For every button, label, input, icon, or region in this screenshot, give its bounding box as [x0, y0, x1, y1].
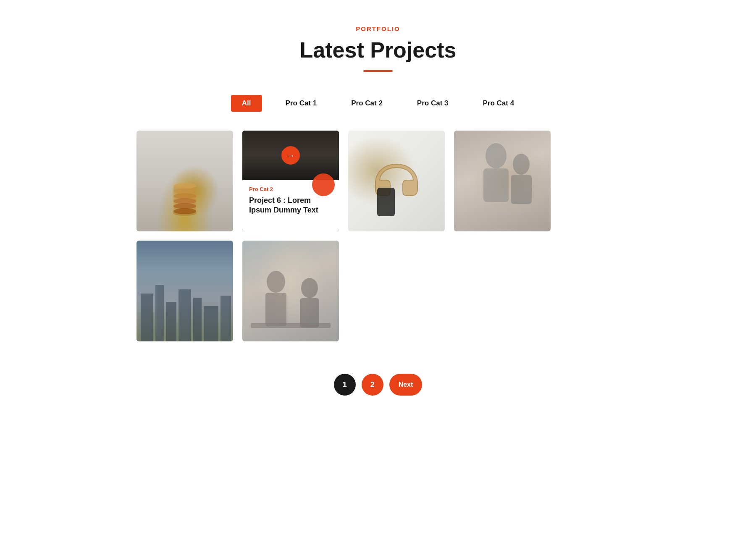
- city-illustration: [136, 281, 233, 341]
- portfolio-row-1: → Pro Cat 2 Project 6 : Lorem Ipsum Dumm…: [136, 131, 620, 231]
- svg-rect-12: [141, 294, 153, 341]
- svg-point-4: [173, 193, 196, 199]
- title-divider: [363, 70, 393, 72]
- svg-point-21: [301, 278, 318, 298]
- filter-bar: All Pro Cat 1 Pro Cat 2 Pro Cat 3 Pro Ca…: [231, 95, 525, 112]
- svg-point-3: [173, 188, 196, 194]
- svg-rect-16: [193, 298, 202, 341]
- people-illustration: [454, 131, 551, 231]
- phone-shape: [377, 188, 395, 216]
- section-title: Latest Projects: [300, 37, 457, 63]
- svg-rect-23: [251, 323, 331, 328]
- card-decoration: [312, 173, 335, 196]
- portfolio-row-2: [136, 241, 620, 341]
- page-1-button[interactable]: 1: [334, 374, 356, 396]
- portfolio-item-5[interactable]: [136, 241, 233, 341]
- svg-rect-18: [220, 296, 231, 341]
- portfolio-item-2[interactable]: [242, 241, 339, 341]
- svg-rect-15: [178, 289, 191, 341]
- portfolio-item-6[interactable]: → Pro Cat 2 Project 6 : Lorem Ipsum Dumm…: [242, 131, 339, 231]
- filter-cat4[interactable]: Pro Cat 4: [472, 95, 525, 112]
- filter-cat1[interactable]: Pro Cat 1: [275, 95, 328, 112]
- portfolio-item-4[interactable]: [454, 131, 551, 231]
- pagination: 1 2 Next: [334, 374, 423, 396]
- svg-rect-14: [166, 302, 176, 341]
- portfolio-item-3[interactable]: [348, 131, 445, 231]
- page-wrapper: PORTFOLIO Latest Projects All Pro Cat 1 …: [0, 0, 756, 429]
- filter-all[interactable]: All: [231, 95, 262, 112]
- svg-point-2: [173, 183, 196, 189]
- svg-rect-9: [483, 168, 509, 202]
- card-image-top: →: [242, 131, 339, 180]
- svg-point-5: [173, 198, 196, 204]
- svg-rect-17: [204, 306, 218, 341]
- svg-rect-13: [155, 285, 164, 341]
- page-2-button[interactable]: 2: [362, 374, 383, 396]
- svg-point-10: [513, 154, 530, 175]
- svg-point-19: [267, 271, 285, 293]
- page-next-button[interactable]: Next: [389, 374, 423, 396]
- svg-rect-20: [265, 293, 286, 326]
- card-content: Pro Cat 2 Project 6 : Lorem Ipsum Dummy …: [242, 180, 339, 231]
- svg-point-6: [173, 203, 196, 209]
- svg-point-7: [173, 208, 196, 214]
- filter-cat3[interactable]: Pro Cat 3: [406, 95, 459, 112]
- svg-rect-11: [511, 175, 532, 204]
- section-label: PORTFOLIO: [356, 25, 400, 32]
- meeting-illustration: [242, 261, 339, 341]
- filter-cat2[interactable]: Pro Cat 2: [340, 95, 394, 112]
- coins-illustration: [170, 178, 200, 216]
- portfolio-item-1[interactable]: [136, 131, 233, 231]
- card-title: Project 6 : Lorem Ipsum Dummy Text: [249, 196, 332, 215]
- svg-point-8: [486, 143, 507, 168]
- card-arrow-btn[interactable]: →: [281, 146, 300, 165]
